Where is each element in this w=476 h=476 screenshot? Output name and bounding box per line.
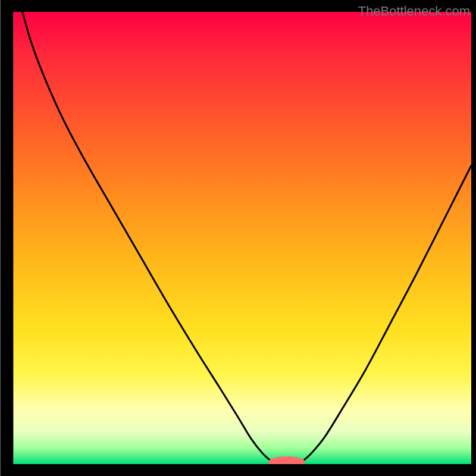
gradient-background [13, 12, 471, 464]
watermark-text: TheBottleneck.com [358, 4, 470, 19]
chart-container: TheBottleneck.com [0, 0, 476, 476]
bottleneck-chart [0, 0, 476, 476]
